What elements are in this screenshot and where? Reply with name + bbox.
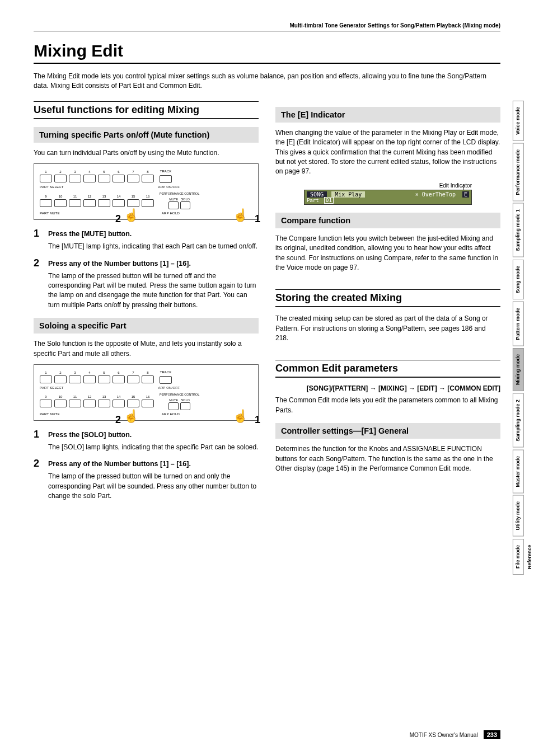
number-button-11[interactable]: 11	[69, 395, 81, 407]
h3-controller: Controller settings—[F1] General	[275, 423, 500, 439]
number-label: 1	[45, 371, 46, 374]
number-button-13[interactable]: 13	[98, 195, 110, 207]
intro-text: The Mixing Edit mode lets you control ty…	[34, 72, 500, 91]
h3-compare: Compare function	[275, 213, 500, 228]
number-button[interactable]	[69, 175, 81, 182]
number-button-1[interactable]: 1	[40, 170, 52, 182]
right-column: The [E] Indicator When changing the valu…	[275, 97, 500, 506]
number-button[interactable]	[127, 175, 139, 182]
number-button-8[interactable]: 8	[142, 371, 154, 383]
lcd-e-indicator: E	[462, 191, 469, 198]
number-button-5[interactable]: 5	[98, 371, 110, 383]
number-button[interactable]	[69, 375, 81, 383]
number-button[interactable]	[98, 175, 110, 182]
number-button[interactable]	[69, 199, 81, 207]
number-button-9[interactable]: 9	[40, 395, 52, 407]
number-button[interactable]	[113, 175, 125, 182]
number-button[interactable]	[98, 375, 110, 383]
solo-button[interactable]	[180, 201, 190, 209]
number-button-12[interactable]: 12	[83, 395, 96, 407]
number-button-3[interactable]: 3	[69, 371, 81, 383]
number-button-1[interactable]: 1	[40, 371, 52, 383]
side-tab-file-mode[interactable]: File mode	[513, 539, 524, 575]
side-tab-reference: Reference	[525, 101, 534, 575]
step-number: 2	[34, 257, 43, 269]
number-button[interactable]	[113, 375, 125, 383]
label-mute: MUTE	[169, 198, 178, 201]
lcd-figure: Edit Indicator SONG Mix Play × OverTheTo…	[304, 182, 472, 205]
number-button[interactable]	[127, 199, 139, 207]
number-button[interactable]	[40, 175, 52, 182]
side-tab-sampling-mode-1[interactable]: Sampling mode 1	[513, 203, 524, 257]
number-button-7[interactable]: 7	[127, 371, 139, 383]
number-button[interactable]	[83, 199, 96, 207]
number-button-15[interactable]: 15	[127, 195, 139, 207]
number-button-15[interactable]: 15	[127, 395, 139, 407]
label-part-select: PART SELECT	[40, 185, 64, 189]
number-button-7[interactable]: 7	[127, 170, 139, 182]
lcd-over-label: × OverTheTop	[415, 191, 456, 198]
number-button-8[interactable]: 8	[142, 170, 154, 182]
storing-body: The created mixing setup can be stored a…	[275, 314, 500, 343]
number-button-13[interactable]: 13	[98, 395, 110, 407]
number-button[interactable]	[83, 375, 96, 383]
number-button[interactable]	[127, 375, 139, 383]
number-button[interactable]	[142, 375, 154, 383]
step-title: Press the [SOLO] button.	[48, 431, 132, 440]
track-button[interactable]	[160, 376, 172, 384]
side-tab-performance-mode[interactable]: Performance mode	[513, 143, 524, 201]
number-button[interactable]	[113, 400, 125, 407]
number-button-10[interactable]: 10	[54, 195, 67, 207]
number-button-14[interactable]: 14	[113, 195, 125, 207]
mute-button[interactable]	[168, 402, 179, 410]
number-button-10[interactable]: 10	[54, 395, 67, 407]
side-tab-song-mode[interactable]: Song mode	[513, 260, 524, 299]
number-button[interactable]	[142, 199, 154, 207]
number-button[interactable]	[54, 175, 67, 182]
side-tab-pattern-mode[interactable]: Pattern mode	[513, 302, 524, 346]
number-button[interactable]	[83, 400, 96, 407]
side-tab-utility-mode[interactable]: Utility mode	[513, 495, 524, 537]
number-button-14[interactable]: 14	[113, 395, 125, 407]
number-button[interactable]	[54, 375, 67, 383]
side-tab-master-mode[interactable]: Master mode	[513, 450, 524, 494]
number-button-2[interactable]: 2	[54, 170, 67, 182]
mute-button[interactable]	[168, 201, 179, 209]
number-label: 15	[132, 395, 135, 398]
number-button-16[interactable]: 16	[142, 395, 154, 407]
number-button-3[interactable]: 3	[69, 170, 81, 182]
side-tab-voice-mode[interactable]: Voice mode	[513, 101, 524, 141]
number-button[interactable]	[40, 375, 52, 383]
number-button[interactable]	[127, 400, 139, 407]
side-tab-mixing-mode[interactable]: Mixing mode	[513, 348, 524, 391]
number-button[interactable]	[113, 199, 125, 207]
step-number: 1	[34, 429, 43, 440]
number-label: 8	[147, 170, 148, 173]
number-button[interactable]	[83, 175, 96, 182]
number-button[interactable]	[142, 400, 154, 407]
number-button-5[interactable]: 5	[98, 170, 110, 182]
track-button[interactable]	[160, 175, 172, 183]
number-button[interactable]	[142, 175, 154, 182]
number-button-16[interactable]: 16	[142, 195, 154, 207]
solo-button[interactable]	[180, 402, 190, 410]
number-button-2[interactable]: 2	[54, 371, 67, 383]
number-button-4[interactable]: 4	[83, 371, 96, 383]
number-button-4[interactable]: 4	[83, 170, 96, 182]
side-tab-sampling-mode-2[interactable]: Sampling mode 2	[513, 393, 524, 448]
number-button[interactable]	[54, 400, 67, 407]
number-button[interactable]	[54, 199, 67, 207]
number-button-6[interactable]: 6	[113, 371, 125, 383]
label-performance-control: PERFORMANCE CONTROL	[160, 393, 199, 396]
number-button-6[interactable]: 6	[113, 170, 125, 182]
number-button[interactable]	[98, 199, 110, 207]
number-button-9[interactable]: 9	[40, 195, 52, 207]
number-button[interactable]	[40, 199, 52, 207]
number-button-12[interactable]: 12	[83, 195, 96, 207]
number-label: 9	[45, 195, 46, 198]
number-button[interactable]	[69, 400, 81, 407]
number-button[interactable]	[40, 400, 52, 407]
number-button-11[interactable]: 11	[69, 195, 81, 207]
common-body: The Common Edit mode lets you edit the p…	[275, 396, 500, 415]
number-button[interactable]	[98, 400, 110, 407]
